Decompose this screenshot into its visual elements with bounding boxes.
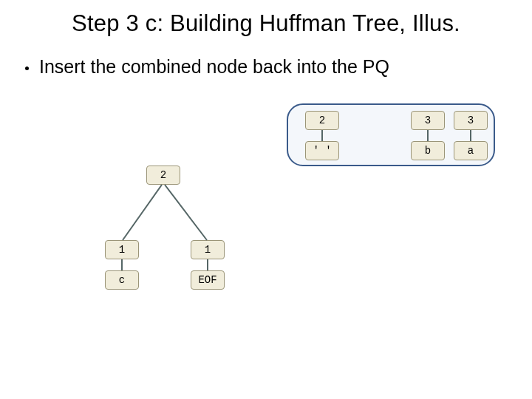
tree-left-label: c (105, 270, 139, 290)
bullet-dot (25, 66, 29, 70)
pq-item-1-freq: 3 (411, 111, 445, 130)
pq-item-2-label: a (454, 141, 488, 160)
slide-title: Step 3 c: Building Huffman Tree, Illus. (0, 10, 532, 37)
tree-left-freq: 1 (105, 240, 139, 259)
pq-item-0-freq: 2 (305, 111, 339, 130)
pq-item-0-label: ' ' (305, 141, 339, 160)
svg-line-4 (165, 185, 207, 240)
bullet-line: Insert the combined node back into the P… (25, 56, 389, 78)
tree-right-freq: 1 (191, 240, 225, 259)
bullet-text: Insert the combined node back into the P… (39, 56, 389, 78)
svg-line-3 (123, 185, 162, 240)
tree-right-label: EOF (191, 270, 225, 290)
pq-item-2-freq: 3 (454, 111, 488, 130)
tree-root-freq: 2 (146, 166, 180, 185)
pq-item-1-label: b (411, 141, 445, 160)
